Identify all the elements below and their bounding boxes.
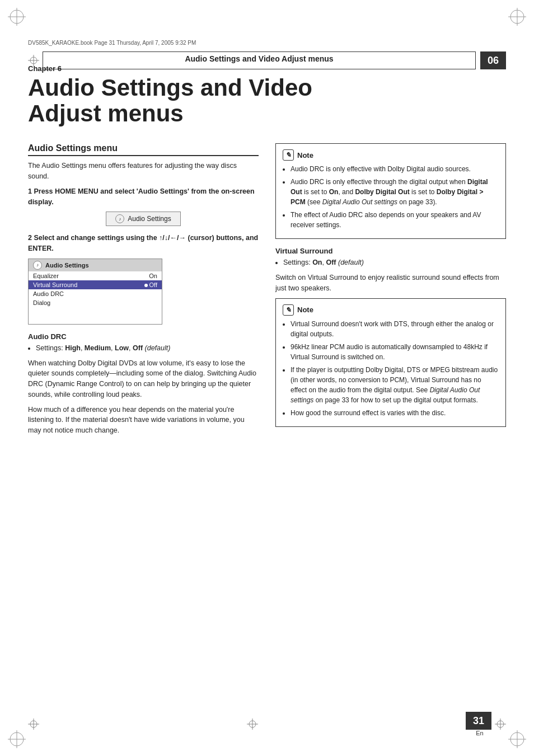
audio-settings-menu-mock: ♪ Audio Settings Equalizer On Virtual Su… <box>28 259 162 325</box>
page-info: 31 En <box>466 712 491 736</box>
chapter-title: Audio Settings and Video Adjust menus <box>28 75 506 126</box>
note-icon-1: ✎ <box>283 149 294 161</box>
note-2-item-4: How good the surround effect is varies w… <box>291 408 499 418</box>
left-column: Audio Settings menu The Audio Settings m… <box>28 143 259 440</box>
crosshair-footer-right <box>495 719 506 730</box>
audio-drc-section: Audio DRC Settings: High, Medium, Low, O… <box>28 332 259 436</box>
note-box-2: ✎ Note Virtual Surround doesn't work wit… <box>275 298 506 427</box>
footer-right: 31 En <box>466 712 506 736</box>
two-column-layout: Audio Settings menu The Audio Settings m… <box>28 143 506 440</box>
corner-mark-tr <box>506 6 528 28</box>
virtual-surround-heading: Virtual Surround <box>275 247 506 255</box>
menu-row-dialog-label: Dialog <box>33 299 157 306</box>
note-2-list: Virtual Surround doesn't work with DTS, … <box>283 319 499 418</box>
page-lang: En <box>476 730 483 736</box>
note-icon-2: ✎ <box>283 304 294 316</box>
audio-drc-heading: Audio DRC <box>28 332 259 341</box>
corner-mark-bl <box>6 728 28 750</box>
note-1-item-2: Audio DRC is only effective through the … <box>291 177 499 207</box>
note-1-title: ✎ Note <box>283 149 499 161</box>
menu-icon: ♪ <box>33 261 42 270</box>
audio-drc-para2: How much of a difference you hear depend… <box>28 405 259 436</box>
crosshair-footer-left <box>28 719 39 730</box>
note-1-item-3: The effect of Audio DRC also depends on … <box>291 210 499 230</box>
menu-row-dialog: Dialog <box>29 298 162 307</box>
page-number: 31 <box>466 712 491 730</box>
note-2-item-2: 96kHz linear PCM audio is automatically … <box>291 342 499 362</box>
main-content: Chapter 6 Audio Settings and Video Adjus… <box>28 64 506 711</box>
audio-settings-ui-button: ♪ Audio Settings <box>106 212 180 226</box>
menu-row-vs-label: Virtual Surround <box>33 281 144 288</box>
menu-row-equalizer-label: Equalizer <box>33 273 149 279</box>
file-info: DV585K_KARAOKE.book Page 31 Thursday, Ap… <box>28 40 506 46</box>
chapter-label: Chapter 6 <box>28 64 506 73</box>
audio-settings-button-container: ♪ Audio Settings <box>28 212 259 226</box>
menu-row-drc-label: Audio DRC <box>33 290 157 297</box>
audio-settings-ui-icon: ♪ <box>115 214 124 223</box>
note-2-item-1: Virtual Surround doesn't work with DTS, … <box>291 319 499 339</box>
note-1-item-1: Audio DRC is only effective with Dolby D… <box>291 164 499 174</box>
corner-mark-tl <box>6 6 28 28</box>
virtual-surround-settings-list: Settings: On, Off (default) <box>275 257 506 268</box>
note-1-list: Audio DRC is only effective with Dolby D… <box>283 164 499 230</box>
header-bar: DV585K_KARAOKE.book Page 31 Thursday, Ap… <box>28 34 506 51</box>
audio-drc-settings-list: Settings: High, Medium, Low, Off (defaul… <box>28 343 259 354</box>
chapter-heading: Chapter 6 Audio Settings and Video Adjus… <box>28 64 506 126</box>
crosshair-footer-center <box>247 719 258 730</box>
audio-settings-intro: The Audio Settings menu offers features … <box>28 161 259 182</box>
menu-row-vs-value: Off <box>144 281 157 288</box>
footer: 31 En <box>28 712 506 736</box>
step-1: 1 Press HOME MENU and select 'Audio Sett… <box>28 186 259 208</box>
footer-center <box>247 719 258 730</box>
note-2-item-3: If the player is outputting Dolby Digita… <box>291 365 499 405</box>
audio-settings-button-label: Audio Settings <box>128 215 171 223</box>
menu-title-bar: ♪ Audio Settings <box>29 259 162 271</box>
menu-row-virtual-surround: Virtual Surround Off <box>29 280 162 289</box>
right-column: ✎ Note Audio DRC is only effective with … <box>275 143 506 440</box>
menu-row-audio-drc: Audio DRC <box>29 289 162 298</box>
footer-left <box>28 719 39 730</box>
audio-drc-para1: When watching Dolby Digital DVDs at low … <box>28 358 259 400</box>
virtual-surround-para1: Switch on Virtual Surround to enjoy real… <box>275 273 506 294</box>
menu-row-equalizer: Equalizer On <box>29 271 162 280</box>
note-box-1: ✎ Note Audio DRC is only effective with … <box>275 143 506 239</box>
menu-title-text: Audio Settings <box>45 262 89 269</box>
virtual-surround-settings: Settings: On, Off (default) <box>283 257 506 268</box>
corner-mark-br <box>506 728 528 750</box>
step-2: 2 Select and change settings using the ↑… <box>28 233 259 254</box>
audio-drc-settings: Settings: High, Medium, Low, Off (defaul… <box>36 343 259 354</box>
menu-row-equalizer-value: On <box>149 273 157 279</box>
note-2-title: ✎ Note <box>283 304 499 316</box>
audio-settings-heading: Audio Settings menu <box>28 143 259 156</box>
